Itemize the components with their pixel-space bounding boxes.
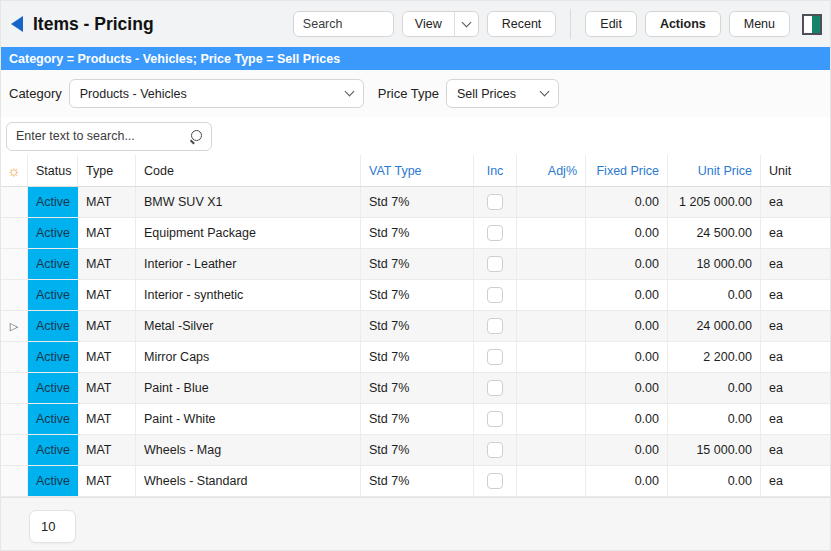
row-pointer-cell (1, 249, 28, 279)
unit-cell: ea (761, 373, 831, 403)
adj-cell (517, 435, 586, 465)
inc-checkbox[interactable] (487, 225, 503, 241)
unit-cell: ea (761, 187, 831, 217)
chevron-down-icon (539, 87, 549, 97)
column-header-inc[interactable]: Inc (474, 155, 517, 186)
panel-toggle-fill (812, 16, 820, 33)
fixed-price-cell: 0.00 (586, 342, 668, 372)
column-header-unit[interactable]: Unit (761, 155, 831, 186)
table-header: ☼ Status Type Code VAT Type Inc Adj% Fix… (1, 155, 830, 187)
unit-price-cell: 0.00 (668, 280, 761, 310)
vat-type-cell: Std 7% (361, 280, 474, 310)
status-badge: Active (28, 249, 78, 279)
inc-checkbox[interactable] (487, 349, 503, 365)
table-row[interactable]: ActiveMATPaint - BlueStd 7%0.000.00ea (1, 373, 830, 404)
column-header-adj[interactable]: Adj% (517, 155, 586, 186)
vat-type-cell: Std 7% (361, 373, 474, 403)
inc-checkbox[interactable] (487, 442, 503, 458)
row-pointer-cell (1, 218, 28, 248)
table-row[interactable]: ActiveMATPaint - WhiteStd 7%0.000.00ea (1, 404, 830, 435)
table-row[interactable]: ActiveMATWheels - StandardStd 7%0.000.00… (1, 466, 830, 497)
code-cell: Paint - Blue (136, 373, 361, 403)
category-select-value: Products - Vehicles (80, 87, 187, 101)
inc-cell (474, 466, 517, 496)
view-split-button[interactable]: View (402, 11, 479, 37)
chevron-down-icon (461, 17, 471, 27)
quick-search-field[interactable] (6, 122, 212, 151)
panel-toggle-icon[interactable] (802, 14, 822, 35)
code-cell: Interior - synthetic (136, 280, 361, 310)
top-toolbar: Items - Pricing View Recent Edit Actions… (1, 1, 830, 47)
adj-cell (517, 342, 586, 372)
view-button-label: View (403, 17, 454, 31)
toolbar-divider (570, 9, 571, 39)
column-header-status[interactable]: Status (28, 155, 78, 186)
table-row[interactable]: ▷ActiveMATMetal -SilverStd 7%0.0024 000.… (1, 311, 830, 342)
unit-cell: ea (761, 404, 831, 434)
inc-cell (474, 218, 517, 248)
code-cell: Metal -Silver (136, 311, 361, 341)
table-row[interactable]: ActiveMATInterior - LeatherStd 7%0.0018 … (1, 249, 830, 280)
menu-button[interactable]: Menu (729, 11, 790, 37)
row-pointer-cell (1, 404, 28, 434)
inc-checkbox[interactable] (487, 473, 503, 489)
inc-cell (474, 249, 517, 279)
sun-column-header[interactable]: ☼ (1, 155, 28, 186)
page-size-box[interactable]: 10 (29, 510, 76, 543)
unit-price-cell: 0.00 (668, 373, 761, 403)
inc-checkbox[interactable] (487, 318, 503, 334)
column-header-code[interactable]: Code (136, 155, 361, 186)
filters-row: Category Products - Vehicles Price Type … (1, 70, 830, 117)
column-header-fixed-price[interactable]: Fixed Price (586, 155, 668, 186)
unit-cell: ea (761, 218, 831, 248)
view-caret[interactable] (455, 23, 478, 26)
inc-checkbox[interactable] (487, 194, 503, 210)
unit-price-cell: 1 205 000.00 (668, 187, 761, 217)
table-row[interactable]: ActiveMATInterior - syntheticStd 7%0.000… (1, 280, 830, 311)
quick-search-row (1, 117, 830, 155)
adj-cell (517, 373, 586, 403)
status-badge: Active (28, 187, 78, 217)
fixed-price-cell: 0.00 (586, 435, 668, 465)
status-badge: Active (28, 404, 78, 434)
fixed-price-cell: 0.00 (586, 280, 668, 310)
code-cell: BMW SUV X1 (136, 187, 361, 217)
fixed-price-cell: 0.00 (586, 249, 668, 279)
vat-type-cell: Std 7% (361, 187, 474, 217)
search-icon[interactable] (189, 130, 202, 143)
chevron-down-icon (344, 87, 354, 97)
inc-checkbox[interactable] (487, 287, 503, 303)
code-cell: Wheels - Standard (136, 466, 361, 496)
category-label: Category (9, 86, 62, 101)
column-header-unit-price[interactable]: Unit Price (668, 155, 761, 186)
recent-button[interactable]: Recent (487, 11, 557, 37)
edit-button[interactable]: Edit (585, 11, 637, 37)
adj-cell (517, 249, 586, 279)
inc-checkbox[interactable] (487, 256, 503, 272)
table-body: ActiveMATBMW SUV X1Std 7%0.001 205 000.0… (1, 187, 830, 497)
unit-price-cell: 0.00 (668, 404, 761, 434)
status-badge: Active (28, 373, 78, 403)
inc-cell (474, 435, 517, 465)
table-row[interactable]: ActiveMATMirror CapsStd 7%0.002 200.00ea (1, 342, 830, 373)
table-row[interactable]: ActiveMATWheels - MagStd 7%0.0015 000.00… (1, 435, 830, 466)
unit-price-cell: 0.00 (668, 466, 761, 496)
back-arrow-icon[interactable] (11, 16, 23, 32)
quick-search-input[interactable] (16, 129, 189, 143)
code-cell: Interior - Leather (136, 249, 361, 279)
price-type-select[interactable]: Sell Prices (446, 79, 559, 108)
status-badge: Active (28, 342, 78, 372)
unit-cell: ea (761, 466, 831, 496)
table-row[interactable]: ActiveMATEquipment PackageStd 7%0.0024 5… (1, 218, 830, 249)
table-row[interactable]: ActiveMATBMW SUV X1Std 7%0.001 205 000.0… (1, 187, 830, 218)
toolbar-search-input[interactable] (293, 11, 394, 37)
actions-button[interactable]: Actions (645, 11, 721, 37)
category-select[interactable]: Products - Vehicles (69, 79, 364, 108)
inc-cell (474, 342, 517, 372)
column-header-vat-type[interactable]: VAT Type (361, 155, 474, 186)
inc-checkbox[interactable] (487, 411, 503, 427)
inc-checkbox[interactable] (487, 380, 503, 396)
items-pricing-window: Items - Pricing View Recent Edit Actions… (0, 0, 831, 551)
column-header-type[interactable]: Type (78, 155, 136, 186)
row-pointer-cell (1, 466, 28, 496)
